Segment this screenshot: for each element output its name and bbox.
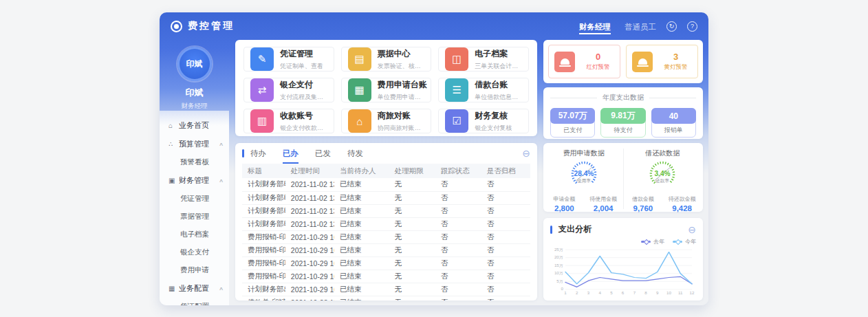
gauge-metric-value: 9,428 — [662, 204, 702, 212]
tile-text: 费用申请台账单位费用申请信息管理 — [378, 79, 425, 102]
svg-text:3.4%: 3.4% — [655, 170, 671, 177]
user-name: 印斌 — [160, 87, 229, 99]
tile-title: 借款台账 — [475, 79, 522, 91]
submenu-item[interactable]: 电子档案 — [160, 226, 229, 243]
gauge-metric: 待使用金额2,004 — [584, 195, 623, 212]
svg-text:28.4%: 28.4% — [574, 170, 594, 177]
help-icon[interactable]: ? — [687, 21, 697, 32]
svg-text:7: 7 — [633, 292, 636, 295]
table-row[interactable]: 计划财务部印...2021-11-02 13:50:47已结束无否否 — [242, 178, 530, 191]
submenu-item[interactable]: 预警看板 — [160, 153, 229, 171]
table-cell: 2021-11-02 13:50:47 — [285, 178, 334, 191]
tile[interactable]: ▥收款账号银企支付收款账号维护 — [243, 109, 334, 133]
submenu-item[interactable]: 票据管理 — [160, 208, 229, 226]
tile-title: 费用申请台账 — [378, 79, 425, 91]
tile[interactable]: ◫电子档案三单关联会计票凭证档案查看 — [438, 47, 529, 72]
table-cell: 已结束 — [334, 283, 389, 296]
user-role: 财务经理 — [160, 102, 229, 111]
tile-subtitle: 三单关联会计票凭证档案查看 — [475, 62, 522, 71]
legend-label: 去年 — [653, 238, 664, 245]
gauge-metric-label: 申请金额 — [545, 195, 584, 203]
gauge-dial: 28.4%使用率 — [562, 158, 606, 193]
table-header-cell: 处理时间 — [285, 164, 334, 178]
table-cell: 费用报销-印斌-... — [242, 256, 285, 270]
table-row[interactable]: 计划财务部印...2021-11-02 13:49:28已结束无否否 — [242, 217, 530, 230]
table-row[interactable]: 借款单-印斌-20...2021-10-28 15:52:00已结束无否否 — [242, 296, 530, 300]
tile[interactable]: ▤票据中心发票验证、核票、查询 — [341, 47, 432, 72]
task-tabs-bar: 待办已办已发待发 ⊖ — [242, 143, 530, 164]
table-row[interactable]: 计划财务部印...2021-11-02 13:50:19已结束无否否 — [242, 204, 530, 217]
alert-box[interactable]: 3黄灯预警 — [626, 45, 698, 78]
svg-text:4: 4 — [598, 292, 600, 295]
table-cell: 否 — [481, 256, 530, 270]
tile[interactable]: ☰借款台账单位借款信息管理 — [438, 78, 529, 102]
svg-text:12: 12 — [690, 292, 695, 295]
gauge-metric: 待还款金额9,428 — [662, 195, 702, 212]
sidebar: 印斌 印斌 财务经理 ⌂业务首页∴预算管理∧预警看板▣财务管理∧凭证管理票据管理… — [160, 40, 229, 305]
tile-title: 银企支付 — [280, 79, 327, 91]
gauge-title: 费用申请数据 — [545, 149, 623, 158]
submenu-item[interactable]: 凭证管理 — [160, 190, 229, 208]
tile[interactable]: ✎凭证管理凭证制单、查看 — [243, 47, 334, 72]
legend-item[interactable]: 今年 — [673, 238, 696, 245]
logout-icon[interactable]: ↻ — [666, 21, 677, 32]
table-row[interactable]: 费用报销-印斌-...2021-10-29 16:21:35已结束无否否 — [242, 243, 530, 256]
app-tiles-panel: ✎凭证管理凭证制单、查看▤票据中心发票验证、核票、查询◫电子档案三单关联会计票凭… — [235, 40, 537, 136]
table-cell: 否 — [435, 204, 481, 217]
table-cell: 否 — [435, 296, 481, 300]
tile[interactable]: ▦费用申请台账单位费用申请信息管理 — [341, 78, 432, 102]
stat-label: 待支付 — [601, 124, 644, 137]
svg-text:9: 9 — [656, 292, 658, 295]
table-row[interactable]: 计划财务部印...2021-11-02 13:50:38已结束无否否 — [242, 191, 530, 204]
chevron-up-icon: ∧ — [219, 178, 224, 184]
role-switcher: 财务经理普通员工 — [565, 20, 656, 32]
submenu-item[interactable]: 银企支付 — [160, 243, 229, 261]
home-icon: ⌂ — [169, 122, 179, 129]
menu-item-label: 电子档案 — [180, 230, 209, 239]
tile-text: 收款账号银企支付收款账号维护 — [280, 110, 327, 133]
tile[interactable]: ☑财务复核银企支付复核 — [438, 109, 529, 133]
table-cell: 费用报销-印斌-... — [242, 243, 285, 256]
submenu-item[interactable]: 费用申请 — [160, 261, 229, 279]
task-panel: 待办已办已发待发 ⊖ 标题处理时间当前待办人处理期限跟踪状态是否归档 计划财务部… — [235, 143, 537, 300]
tile-text: 商旅对账协同商旅对账单明细 — [378, 110, 425, 133]
tab[interactable]: 待办 — [250, 143, 266, 164]
svg-text:0: 0 — [561, 287, 563, 291]
menu-item[interactable]: ▣财务管理∧ — [160, 171, 229, 190]
tab[interactable]: 已办 — [283, 143, 299, 164]
table-cell: 计划财务部出... — [242, 283, 285, 296]
submenu-item[interactable]: 凭证配置 — [160, 298, 229, 305]
alert-count: 3 — [658, 52, 693, 62]
menu-item[interactable]: ⌂业务首页 — [160, 116, 229, 135]
tab[interactable]: 待发 — [347, 143, 363, 164]
collapse-icon[interactable]: ⊖ — [522, 149, 530, 158]
table-row[interactable]: 费用报销-印斌-...2021-10-29 16:21:21已结束无否否 — [242, 256, 530, 270]
finance-icon: ▣ — [169, 177, 179, 184]
menu-item[interactable]: ∴预算管理∧ — [160, 135, 229, 153]
collapse-icon[interactable]: ⊖ — [688, 225, 696, 234]
tile-subtitle: 单位借款信息管理 — [475, 93, 522, 102]
app-title: 费控管理 — [188, 20, 235, 32]
tile[interactable]: ⇄银企支付支付流程及集成数据付款 — [243, 78, 334, 102]
gauge-metric-label: 待还款金额 — [662, 195, 702, 203]
table-cell: 已结束 — [334, 243, 389, 256]
tile[interactable]: ⌂商旅对账协同商旅对账单明细 — [341, 109, 432, 133]
menu-item-label: 票据管理 — [180, 212, 209, 221]
tile-text: 票据中心发票验证、核票、查询 — [378, 48, 425, 71]
gauge-metric-value: 2,800 — [545, 204, 584, 212]
menu-item[interactable]: ▦业务配置∧ — [160, 279, 229, 298]
menu-item-label: 预算管理 — [179, 139, 209, 149]
alert-box[interactable]: 0红灯预警 — [548, 45, 620, 78]
stat-pill: 9.81万待支付 — [600, 108, 645, 138]
gauge-dial: 3.4%还款率 — [640, 158, 684, 193]
legend-item[interactable]: 去年 — [641, 238, 664, 245]
table-cell: 无 — [389, 243, 435, 256]
table-row[interactable]: 费用报销-印斌-...2021-10-29 16:21:42已结束无否否 — [242, 230, 530, 243]
role-link[interactable]: 普通员工 — [625, 23, 656, 31]
payment-icon: ⇄ — [250, 78, 274, 102]
app-logo-icon — [171, 21, 182, 32]
role-link[interactable]: 财务经理 — [579, 23, 611, 34]
table-row[interactable]: 计划财务部出...2021-10-29 16:14:58已结束无否否 — [242, 283, 530, 296]
table-row[interactable]: 费用报销-印斌-...2021-10-29 16:21:14已结束无否否 — [242, 270, 530, 283]
tab[interactable]: 已发 — [315, 143, 331, 164]
